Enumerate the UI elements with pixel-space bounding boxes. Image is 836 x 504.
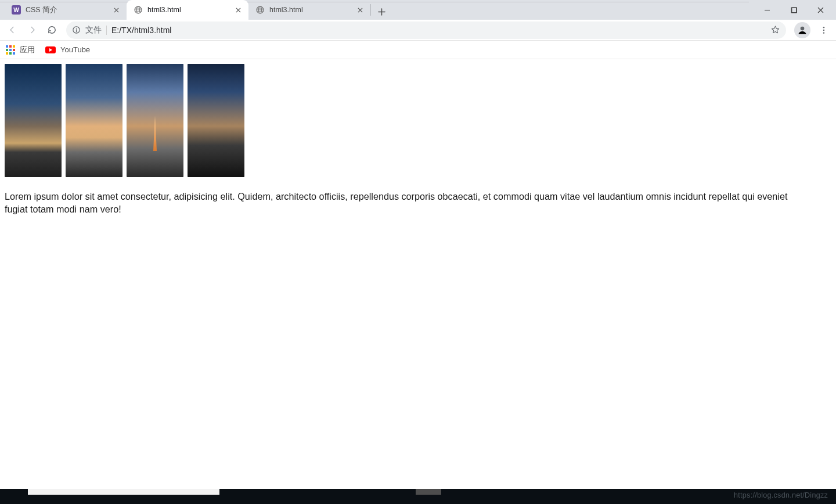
address-scheme-label: 文件	[85, 25, 102, 35]
tab-label: CSS 简介	[26, 5, 107, 15]
page-body: Lorem ipsum dolor sit amet consectetur, …	[0, 59, 836, 230]
maximize-button[interactable]	[780, 1, 807, 19]
tab-separator	[370, 4, 371, 16]
site-info-icon[interactable]	[72, 26, 81, 34]
tab-strip: W CSS 简介 html3.html html3.html	[0, 0, 390, 20]
bookmark-youtube[interactable]: YouTube	[45, 45, 90, 54]
window-controls	[754, 0, 836, 20]
close-window-button[interactable]	[807, 1, 834, 19]
apps-shortcut[interactable]: 应用	[6, 45, 35, 55]
new-tab-button[interactable]	[373, 3, 390, 20]
tab-css-intro[interactable]: W CSS 简介	[5, 0, 127, 20]
windows-taskbar[interactable]	[0, 489, 836, 504]
tab-label: html3.html	[269, 6, 351, 14]
page-image	[127, 64, 183, 177]
svg-point-8	[801, 26, 805, 30]
youtube-icon	[45, 46, 56, 53]
svg-point-11	[823, 32, 824, 33]
address-path: E:/TX/html3.html	[111, 26, 171, 35]
favicon-file-icon	[134, 5, 143, 15]
page-image	[66, 64, 122, 177]
watermark-text: https://blog.csdn.net/Dingzz	[734, 491, 828, 499]
svg-rect-4	[791, 8, 797, 13]
close-tab-icon[interactable]	[111, 5, 121, 15]
image-row	[5, 64, 831, 177]
tab-html3-active[interactable]: html3.html	[127, 0, 248, 20]
bookmark-label: YouTube	[60, 45, 90, 54]
svg-point-9	[823, 27, 824, 28]
address-bar[interactable]: 文件 E:/TX/html3.html	[66, 21, 786, 39]
bookmark-star-icon[interactable]	[770, 25, 780, 35]
apps-grid-icon	[6, 45, 15, 55]
toolbar: 文件 E:/TX/html3.html	[0, 20, 836, 41]
back-button[interactable]	[3, 21, 21, 39]
minimize-button[interactable]	[754, 1, 780, 19]
svg-point-7	[76, 28, 77, 29]
reload-button[interactable]	[43, 21, 60, 39]
favicon-file-icon	[255, 5, 265, 15]
taskbar-segment	[28, 489, 219, 495]
tab-html3-background[interactable]: html3.html	[248, 0, 370, 20]
page-viewport[interactable]: Lorem ipsum dolor sit amet consectetur, …	[0, 59, 836, 489]
page-image	[188, 64, 244, 177]
page-image	[5, 64, 62, 177]
tab-label: html3.html	[147, 6, 229, 14]
apps-label: 应用	[20, 45, 35, 55]
profile-avatar-button[interactable]	[794, 22, 810, 38]
bookmarks-bar: 应用 YouTube	[0, 41, 836, 59]
taskbar-segment	[416, 489, 441, 495]
forward-button[interactable]	[23, 21, 41, 39]
close-tab-icon[interactable]	[233, 5, 243, 15]
chrome-menu-button[interactable]	[815, 21, 833, 39]
page-paragraph: Lorem ipsum dolor sit amet consectetur, …	[5, 190, 806, 216]
close-tab-icon[interactable]	[355, 5, 365, 15]
favicon-w3schools: W	[12, 5, 21, 15]
omnibox-divider	[106, 26, 107, 35]
svg-rect-5	[791, 8, 797, 13]
svg-point-10	[823, 29, 824, 30]
